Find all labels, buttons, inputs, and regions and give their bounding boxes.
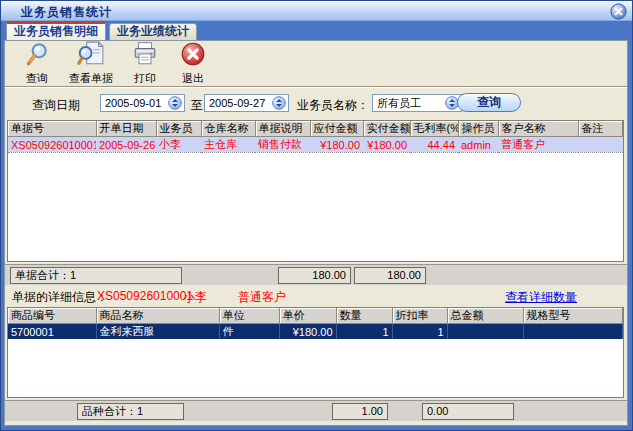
paid-total-box: 180.00 (354, 267, 426, 284)
column-header[interactable]: 商品名称 (96, 308, 219, 324)
exit-icon (180, 41, 206, 70)
cell-total-amount (447, 324, 523, 340)
column-header[interactable]: 备注 (578, 121, 623, 137)
detail-customer: 普通客户 (238, 289, 286, 306)
tab-bar: 业务员销售明细 业务业绩统计 (4, 21, 197, 40)
table-header-row: 单据号 开单日期 业务员 仓库名称 单据说明 应付金额 实付金额 毛利率(%) … (8, 121, 623, 137)
products-summary-bar: 品种合计：1 1.00 0.00 (5, 400, 627, 421)
tab-performance-stats[interactable]: 业务业绩统计 (109, 23, 197, 40)
salesperson-value: 所有员工 (377, 96, 445, 111)
print-button[interactable]: 打印 (121, 42, 169, 86)
cell-product-code: 5700001 (8, 324, 96, 340)
filter-row: 查询日期 2005-09-01 至 (5, 88, 627, 118)
print-icon (132, 41, 158, 70)
cell-unit-price: ¥180.00 (279, 324, 336, 340)
spinner-icon[interactable] (272, 96, 286, 110)
documents-summary-bar: 单据合计：1 180.00 180.00 (5, 264, 627, 285)
app-window: 业务员销售统计 业务员销售明细 业务业绩统计 (0, 0, 633, 431)
date-to-label: 至 (191, 97, 203, 114)
toolbar-button-label: 查询 (26, 71, 48, 86)
products-table[interactable]: 商品编号 商品名称 单位 单价 数量 折扣率 总金额 规格型号 5700001 (7, 307, 624, 398)
detail-info-bar: 单据的详细信息： XS050926010001 小李 普通客户 查看详细数量 (5, 286, 627, 306)
column-header[interactable]: 客户名称 (498, 121, 578, 137)
column-header[interactable]: 仓库名称 (201, 121, 255, 137)
cell-quantity: 1 (336, 324, 392, 340)
cell-unit: 件 (219, 324, 279, 340)
view-document-icon (77, 41, 105, 70)
toolbar-button-label: 打印 (134, 71, 156, 86)
column-header[interactable]: 毛利率(%) (410, 121, 458, 137)
cell-margin: 44.44 (410, 137, 458, 153)
spinner-icon[interactable] (168, 96, 182, 110)
column-header[interactable]: 实付金额 (363, 121, 410, 137)
tab-page: 查询 查看单据 (4, 40, 628, 426)
amount-total-box: 0.00 (422, 403, 514, 420)
window-title: 业务员销售统计 (21, 4, 112, 21)
date-range-label: 查询日期 (32, 97, 80, 114)
column-header[interactable]: 开单日期 (96, 121, 156, 137)
column-header[interactable]: 规格型号 (523, 308, 623, 324)
toolbar-button-label: 查看单据 (69, 71, 113, 86)
column-header[interactable]: 单位 (219, 308, 279, 324)
cell-warehouse: 主仓库 (201, 137, 255, 153)
date-from-input[interactable]: 2005-09-01 (100, 94, 185, 112)
cell-product-name: 金利来西服 (96, 324, 219, 340)
toolbar: 查询 查看单据 (5, 41, 627, 86)
search-icon (24, 41, 50, 70)
cell-description: 销售付款 (255, 137, 310, 153)
detail-salesperson: 小李 (183, 289, 207, 306)
cell-customer: 普通客户 (498, 137, 578, 153)
query-button[interactable]: 查询 (13, 42, 61, 86)
column-header[interactable]: 商品编号 (8, 308, 96, 324)
column-header[interactable]: 业务员 (156, 121, 201, 137)
column-header[interactable]: 折扣率 (392, 308, 447, 324)
cell-salesperson: 小李 (156, 137, 201, 153)
documents-total-label: 单据合计：1 (10, 267, 182, 284)
detail-info-label: 单据的详细信息： (12, 289, 108, 306)
date-to-value: 2005-09-27 (209, 97, 272, 109)
toolbar-button-label: 退出 (182, 71, 204, 86)
tab-sales-detail[interactable]: 业务员销售明细 (6, 21, 106, 40)
detail-doc-no: XS050926010001 (97, 289, 193, 303)
column-header[interactable]: 应付金额 (310, 121, 363, 137)
salesperson-label: 业务员名称： (297, 97, 369, 114)
date-to-input[interactable]: 2005-09-27 (204, 94, 289, 112)
table-row-selected[interactable]: 5700001 金利来西服 件 ¥180.00 1 1 (8, 324, 623, 340)
column-header[interactable]: 单据说明 (255, 121, 310, 137)
column-header[interactable]: 数量 (336, 308, 392, 324)
column-header[interactable]: 单据号 (8, 121, 96, 137)
column-header[interactable]: 操作员 (458, 121, 498, 137)
close-icon[interactable] (610, 3, 627, 20)
date-from-value: 2005-09-01 (105, 97, 168, 109)
variety-total-label: 品种合计：1 (77, 403, 184, 420)
cell-payable: ¥180.00 (310, 137, 363, 153)
cell-operator: admin (458, 137, 498, 153)
cell-remark (578, 137, 623, 153)
client-area: 业务员销售明细 业务业绩统计 查询 (4, 21, 628, 426)
quantity-total-box: 1.00 (332, 403, 388, 420)
cell-doc-no: XS050926010001 (8, 137, 96, 153)
cell-paid: ¥180.00 (363, 137, 410, 153)
salesperson-select[interactable]: 所有员工 (372, 94, 462, 112)
cell-discount: 1 (392, 324, 447, 340)
search-submit-button[interactable]: 查询 (457, 93, 521, 112)
cell-date: 2005-09-26 (96, 137, 156, 153)
title-bar: 业务员销售统计 (1, 1, 632, 21)
payable-total-box: 180.00 (278, 267, 351, 284)
exit-button[interactable]: 退出 (169, 42, 217, 86)
table-row[interactable]: XS050926010001 2005-09-26 小李 主仓库 销售付款 ¥1… (8, 137, 623, 153)
documents-table[interactable]: 单据号 开单日期 业务员 仓库名称 单据说明 应付金额 实付金额 毛利率(%) … (7, 120, 624, 262)
view-detail-quantity-link[interactable]: 查看详细数量 (505, 289, 577, 306)
column-header[interactable]: 总金额 (447, 308, 523, 324)
column-header[interactable]: 单价 (279, 308, 336, 324)
view-document-button[interactable]: 查看单据 (61, 42, 121, 86)
table-header-row: 商品编号 商品名称 单位 单价 数量 折扣率 总金额 规格型号 (8, 308, 623, 324)
cell-spec-model (523, 324, 623, 340)
